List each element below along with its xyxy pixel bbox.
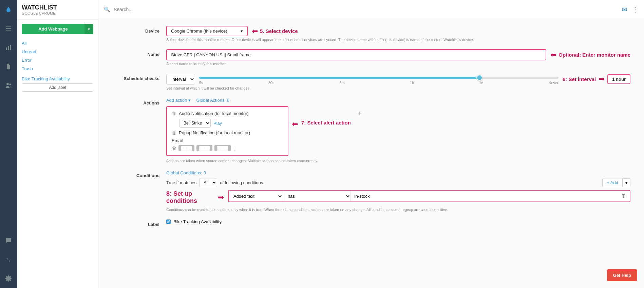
get-help-button[interactable]: Get Help (607, 269, 637, 281)
bike-tracking-checkbox[interactable] (166, 219, 171, 224)
chat-icon[interactable] (2, 234, 15, 247)
device-row: Device Google Chrome (this device) ▾ ⬅ 5… (119, 26, 630, 42)
audio-trash-icon[interactable]: 🗑 (172, 111, 176, 116)
add-item-plus-icon[interactable]: + (358, 110, 362, 117)
device-hint: Select device that this monitor runs on.… (166, 38, 630, 42)
global-actions-link[interactable]: Global Actions: 0 (196, 98, 229, 103)
translate-icon[interactable] (2, 253, 15, 266)
bike-tracking-label[interactable]: Bike Tracking Availability (22, 76, 93, 81)
svg-point-8 (6, 83, 9, 85)
add-label-button[interactable]: Add label (22, 83, 93, 92)
popup-trash-icon[interactable]: 🗑 (172, 130, 176, 135)
name-label: Name (119, 49, 159, 57)
conditions-label: Conditions (119, 170, 159, 178)
conditions-content: Global Conditions: 0 True if matches All… (166, 170, 630, 212)
conditions-of-text: of following conditions: (220, 180, 264, 185)
condition-value-input[interactable] (351, 191, 618, 201)
add-action-chevron: ▾ (188, 98, 191, 103)
svg-rect-0 (6, 26, 11, 27)
device-value: Google Chrome (this device) (171, 28, 227, 34)
menu-icon[interactable] (2, 22, 15, 35)
actions-annotation-arrow: ⬅ (292, 120, 298, 129)
condition-delete-button[interactable]: 🗑 (618, 191, 630, 201)
slider-labels: 5s 30s 5m 1h 1d Never (199, 81, 558, 85)
device-annotation-text: 5. Select device (260, 28, 298, 34)
svg-rect-4 (8, 46, 9, 50)
content-area: Device Google Chrome (this device) ▾ ⬅ 5… (98, 19, 644, 288)
slider-thumb[interactable] (476, 75, 482, 81)
email-section-label: Email (172, 138, 183, 143)
conditions-annotation-arrow: ➡ (218, 193, 224, 202)
name-annotation-arrow: ⬅ (550, 51, 556, 59)
conditions-row: Conditions Global Conditions: 0 True if … (119, 170, 630, 212)
condition-full-row: Added text has 🗑 (228, 190, 630, 202)
name-annotation-text: Optional: Enter monitor name (558, 52, 630, 58)
condition-operator-select[interactable]: has (283, 191, 351, 201)
search-input[interactable] (114, 7, 283, 12)
add-condition-dropdown[interactable]: ▾ (623, 178, 630, 187)
email-chip-2: ████ (196, 145, 212, 151)
audio-action-item: 🗑 Audio Notification (for local monitor) (172, 111, 283, 116)
audio-label: Audio Notification (for local monitor) (179, 111, 249, 116)
interval-type-select[interactable]: Interval (166, 74, 195, 84)
condition-type-select[interactable]: Added text (229, 191, 283, 201)
name-hint: A short name to identify this monitor. (166, 62, 630, 66)
device-label: Device (119, 26, 159, 34)
device-content: Google Chrome (this device) ▾ ⬅ 5. Selec… (166, 26, 630, 42)
actions-row: Actions Add action ▾ Global Actions: 0 🗑… (119, 98, 630, 163)
actions-annotation-text: 7: Select alert action (301, 120, 351, 126)
actions-box: 🗑 Audio Notification (for local monitor)… (166, 106, 288, 156)
mail-icon[interactable]: ✉ (622, 6, 627, 13)
app-title: WATCHLIST (22, 4, 93, 11)
actions-label: Actions (119, 98, 159, 105)
conditions-all-select[interactable]: All (199, 178, 217, 187)
schedule-label: Schedule checks (119, 73, 159, 81)
nav-all[interactable]: All (22, 40, 93, 47)
email-more-icon[interactable]: ⋮ (233, 146, 237, 151)
menu-dots-icon[interactable]: ⋮ (632, 5, 639, 14)
email-row: 🗑 ████ ████ ████ ⋮ (172, 145, 283, 151)
add-condition-button[interactable]: + Add (602, 178, 623, 187)
document-icon[interactable] (2, 60, 15, 73)
svg-point-9 (10, 83, 11, 85)
audio-sub-controls: Bell Strike Play (179, 119, 283, 128)
svg-rect-1 (6, 28, 11, 29)
actions-content: Add action ▾ Global Actions: 0 🗑 Audio N… (166, 98, 630, 163)
nav-links: All Unread Error Trash (17, 38, 98, 74)
actions-header: Add action ▾ Global Actions: 0 (166, 98, 630, 103)
gear-icon[interactable] (2, 272, 15, 285)
top-bar: 🔍 ✉ ⋮ (98, 0, 644, 19)
email-chip-3: ████ (214, 145, 230, 151)
bell-select[interactable]: Bell Strike (179, 119, 211, 128)
add-action-button[interactable]: Add action ▾ (166, 98, 191, 103)
play-link[interactable]: Play (213, 121, 222, 126)
add-webpage-btn-wrap: Add Webpage ▾ (22, 24, 93, 34)
slider-track[interactable] (199, 77, 558, 79)
add-action-label: Add action (166, 98, 187, 103)
add-webpage-dropdown[interactable]: ▾ (84, 24, 93, 34)
global-conditions-link[interactable]: Global Conditions: 0 (166, 170, 206, 175)
name-input[interactable] (166, 49, 546, 60)
interval-value-box: 1 hour (607, 74, 630, 84)
droplet-icon[interactable] (2, 3, 15, 16)
schedule-content: Interval 5s 30s 5m 1h 1d Never (166, 73, 630, 90)
schedule-row: Schedule checks Interval 5s 30s 5m (119, 73, 630, 90)
svg-rect-2 (6, 30, 11, 31)
slider-container: 5s 30s 5m 1h 1d Never (199, 73, 558, 85)
device-dropdown[interactable]: Google Chrome (this device) ▾ (166, 26, 248, 36)
email-chip-1: ████ (178, 145, 194, 151)
nav-trash[interactable]: Trash (22, 65, 93, 72)
search-icon: 🔍 (104, 6, 110, 13)
schedule-controls: Interval 5s 30s 5m 1h 1d Never (166, 73, 630, 85)
nav-unread[interactable]: Unread (22, 48, 93, 55)
email-trash-icon[interactable]: 🗑 (172, 146, 176, 151)
label-section: Bike Tracking Availability Add label (17, 74, 98, 94)
users-icon[interactable] (2, 79, 15, 92)
chart-icon[interactable] (2, 41, 15, 54)
nav-error[interactable]: Error (22, 57, 93, 64)
device-annotation-arrow: ⬅ (252, 27, 258, 36)
device-chevron: ▾ (241, 28, 243, 34)
label-form-label: Label (119, 219, 159, 227)
actions-hint: Actions are taken when source content ch… (166, 159, 630, 163)
add-webpage-button[interactable]: Add Webpage (22, 24, 84, 34)
